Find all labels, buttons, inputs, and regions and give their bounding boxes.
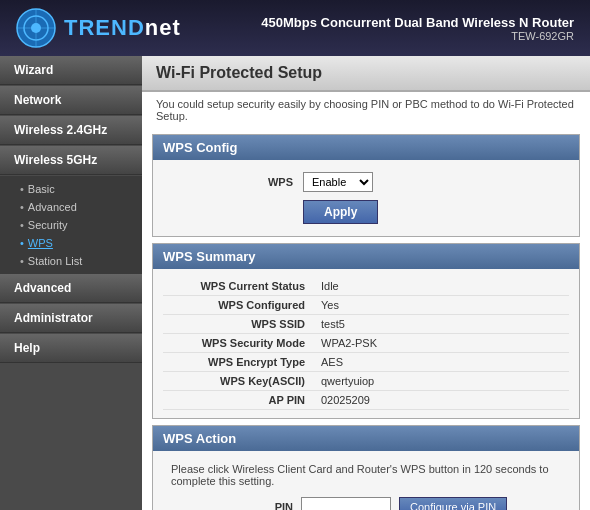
- sidebar-wireless24[interactable]: Wireless 2.4GHz: [0, 116, 142, 145]
- pin-input[interactable]: [301, 497, 391, 510]
- wps-select[interactable]: Enable Disable: [303, 172, 373, 192]
- summary-row: WPS SSIDtest5: [163, 315, 569, 334]
- header-product-title: 450Mbps Concurrent Dual Band Wireless N …: [261, 15, 574, 30]
- summary-row-value: AES: [313, 353, 569, 372]
- summary-row-value: qwertyuiop: [313, 372, 569, 391]
- summary-row-value: WPA2-PSK: [313, 334, 569, 353]
- page-description: You could setup security easily by choos…: [142, 92, 590, 128]
- wps-summary-header: WPS Summary: [153, 244, 579, 269]
- summary-row-label: WPS Configured: [163, 296, 313, 315]
- sidebar-administrator[interactable]: Administrator: [0, 304, 142, 333]
- summary-row-label: WPS Security Mode: [163, 334, 313, 353]
- logo-area: TRENDnet: [16, 8, 181, 48]
- page-title: Wi-Fi Protected Setup: [142, 56, 590, 92]
- wps-action-section: WPS Action Please click Wireless Client …: [152, 425, 580, 510]
- summary-row: AP PIN02025209: [163, 391, 569, 410]
- configure-pin-button[interactable]: Configure via PIN: [399, 497, 507, 510]
- wps-label: WPS: [163, 176, 293, 188]
- wps-summary-section: WPS Summary WPS Current StatusIdleWPS Co…: [152, 243, 580, 419]
- sidebar-wizard[interactable]: Wizard: [0, 56, 142, 85]
- sidebar-help[interactable]: Help: [0, 334, 142, 363]
- summary-row: WPS Encrypt TypeAES: [163, 353, 569, 372]
- summary-row-label: WPS Key(ASCII): [163, 372, 313, 391]
- sidebar-item-security[interactable]: Security: [0, 216, 142, 234]
- summary-row: WPS ConfiguredYes: [163, 296, 569, 315]
- action-description: Please click Wireless Client Card and Ro…: [163, 459, 569, 493]
- summary-row-value: 02025209: [313, 391, 569, 410]
- wps-action-body: Please click Wireless Client Card and Ro…: [153, 451, 579, 510]
- wps-config-section: WPS Config WPS Enable Disable Apply: [152, 134, 580, 237]
- brand-name: TRENDnet: [64, 15, 181, 41]
- wps-config-header: WPS Config: [153, 135, 579, 160]
- sidebar-item-advanced[interactable]: Advanced: [0, 198, 142, 216]
- sidebar-item-basic[interactable]: Basic: [0, 180, 142, 198]
- summary-row: WPS Security ModeWPA2-PSK: [163, 334, 569, 353]
- apply-button[interactable]: Apply: [303, 200, 378, 224]
- header: TRENDnet 450Mbps Concurrent Dual Band Wi…: [0, 0, 590, 56]
- pin-row: PIN Configure via PIN: [163, 493, 569, 510]
- summary-row-label: WPS Current Status: [163, 277, 313, 296]
- wps-enable-row: WPS Enable Disable: [163, 168, 569, 196]
- summary-row-value: test5: [313, 315, 569, 334]
- trendnet-logo-icon: [16, 8, 56, 48]
- main-layout: Wizard Network Wireless 2.4GHz Wireless …: [0, 56, 590, 510]
- sidebar-item-wps[interactable]: WPS: [0, 234, 142, 252]
- wps-action-header: WPS Action: [153, 426, 579, 451]
- summary-row-label: AP PIN: [163, 391, 313, 410]
- sidebar-wireless5[interactable]: Wireless 5GHz: [0, 146, 142, 175]
- header-model: TEW-692GR: [261, 30, 574, 42]
- sidebar-submenu: Basic Advanced Security WPS Station List: [0, 176, 142, 274]
- sidebar-advanced[interactable]: Advanced: [0, 274, 142, 303]
- content-area: Wi-Fi Protected Setup You could setup se…: [142, 56, 590, 510]
- summary-row: WPS Key(ASCII)qwertyuiop: [163, 372, 569, 391]
- summary-row: WPS Current StatusIdle: [163, 277, 569, 296]
- sidebar-network[interactable]: Network: [0, 86, 142, 115]
- summary-row-value: Yes: [313, 296, 569, 315]
- sidebar: Wizard Network Wireless 2.4GHz Wireless …: [0, 56, 142, 510]
- summary-row-value: Idle: [313, 277, 569, 296]
- wps-summary-body: WPS Current StatusIdleWPS ConfiguredYesW…: [153, 269, 579, 418]
- summary-row-label: WPS Encrypt Type: [163, 353, 313, 372]
- summary-row-label: WPS SSID: [163, 315, 313, 334]
- wps-config-body: WPS Enable Disable Apply: [153, 160, 579, 236]
- summary-table: WPS Current StatusIdleWPS ConfiguredYesW…: [163, 277, 569, 410]
- sidebar-item-station-list[interactable]: Station List: [0, 252, 142, 270]
- pin-label: PIN: [163, 501, 293, 510]
- header-right: 450Mbps Concurrent Dual Band Wireless N …: [261, 15, 574, 42]
